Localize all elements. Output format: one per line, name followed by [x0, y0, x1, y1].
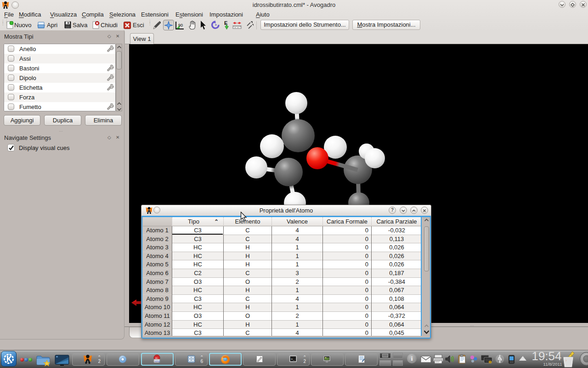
svg-text:!: ! [490, 361, 491, 363]
svg-text:>_: >_ [291, 357, 295, 361]
svg-text:cc: cc [155, 356, 158, 359]
svg-text:90: 90 [178, 23, 183, 28]
svg-text:xcing: xcing [154, 360, 160, 362]
